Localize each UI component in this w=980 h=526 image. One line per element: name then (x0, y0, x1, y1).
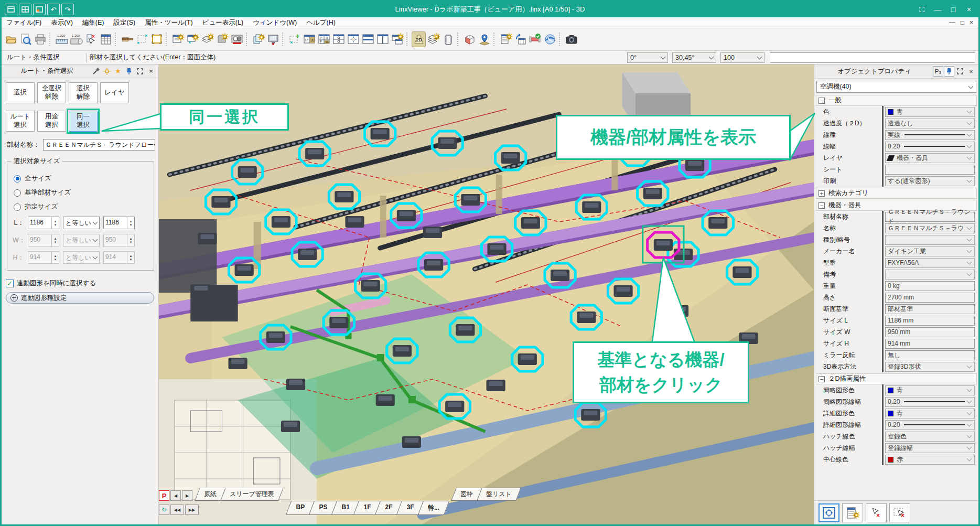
mode-2d-icon[interactable]: 2D (412, 31, 426, 47)
property-value[interactable]: 950 mm (885, 327, 975, 337)
property-value[interactable]: 赤 (885, 455, 975, 465)
properties-p3-icon[interactable]: P₃ (933, 66, 943, 77)
walkthrough-pin-icon[interactable] (477, 31, 491, 47)
linked-shape-type-button[interactable]: 連動図形種設定 (6, 292, 154, 304)
fit-rotate-icon[interactable] (346, 31, 360, 47)
coordinate-input[interactable] (770, 52, 975, 63)
selection-tool-button[interactable]: 選択 (6, 82, 35, 103)
solid-prism-icon[interactable] (441, 31, 455, 47)
edit-list-icon[interactable] (842, 503, 863, 522)
size-min-spinner[interactable]: 950▴▾ (28, 234, 59, 246)
maximize-icon[interactable] (955, 66, 965, 77)
property-value[interactable]: 無し (885, 350, 975, 360)
property-value[interactable]: 0.20 (885, 142, 975, 152)
copy-settings-icon[interactable] (251, 31, 265, 47)
child-close-icon[interactable]: × (970, 19, 973, 26)
tile-windows-icon[interactable] (19, 4, 31, 15)
print-preview-icon[interactable] (18, 31, 33, 47)
property-value[interactable]: 0.20 (885, 397, 975, 407)
property-value[interactable]: 青 (885, 409, 975, 418)
section-box-icon[interactable] (462, 31, 477, 47)
size-min-spinner[interactable]: 1186▴▾ (28, 217, 59, 229)
property-value[interactable] (885, 165, 975, 175)
property-value[interactable]: 1186 mm (885, 316, 975, 326)
quad-view-icon[interactable]: PRF3D (317, 31, 331, 47)
property-section-header[interactable]: − 一般 (816, 95, 977, 106)
property-value[interactable]: 2700 mm (885, 293, 975, 303)
add-view-icon[interactable]: ×+ (287, 31, 301, 47)
property-value[interactable]: 青 (885, 107, 975, 117)
deselect-icon[interactable]: × (866, 503, 887, 522)
menu-item[interactable]: ウィンドウ(W) (248, 17, 301, 28)
screen-capture-icon[interactable] (266, 31, 280, 47)
menu-item[interactable]: ヘルプ(H) (301, 17, 340, 28)
part-name-field[interactable]: ＧＲＥＥＮマルチＳ－ラウンドフロー<: (43, 139, 156, 151)
table-link-icon[interactable] (513, 31, 527, 47)
floor-tab[interactable]: 幹... (418, 501, 449, 515)
menu-item[interactable]: ビュー表示(L) (198, 17, 248, 28)
sheet-tab[interactable]: スリーブ管理表 (220, 488, 283, 501)
radio-icon[interactable] (14, 175, 21, 183)
menu-item[interactable]: ファイル(F) (2, 17, 46, 28)
operator-select[interactable]: と等しい (63, 251, 100, 264)
sheet-tab[interactable]: 盤リスト (477, 488, 521, 501)
maximize-icon[interactable]: □ (946, 4, 961, 15)
delete-cursor-icon[interactable]: × (84, 31, 98, 47)
size-min-spinner[interactable]: 914▴▾ (28, 251, 59, 264)
layer-list-icon[interactable] (426, 31, 440, 47)
print-icon[interactable] (33, 31, 47, 47)
property-value[interactable]: する(通常図形) (885, 176, 975, 186)
locate-object-icon[interactable] (819, 503, 839, 522)
pin-icon[interactable] (944, 66, 954, 77)
selection-mode-button[interactable]: 用途 選択 (37, 111, 66, 132)
measure-length-icon[interactable]: 1.200 (55, 31, 69, 47)
deselect-range-icon[interactable]: × (889, 503, 910, 522)
pipe-check-icon[interactable] (528, 31, 542, 47)
pin-icon[interactable] (124, 66, 134, 77)
camera-icon[interactable] (564, 31, 578, 47)
last-sheet-button[interactable]: ▶▶ (185, 504, 199, 515)
expand-collapse-icon[interactable]: − (819, 376, 825, 382)
window-restore-icon[interactable] (5, 4, 17, 15)
property-value[interactable]: 実線 (885, 130, 975, 140)
undo-icon[interactable]: ↶ (47, 4, 60, 15)
next-sheet-button[interactable]: ▶ (182, 490, 192, 501)
first-sheet-button[interactable]: ◀◀ (170, 504, 184, 515)
frame-settings-icon[interactable]: × (186, 31, 200, 47)
close-icon[interactable]: × (966, 66, 976, 77)
property-value[interactable] (885, 235, 975, 245)
menu-item[interactable]: 属性・ツール(T) (140, 17, 198, 28)
size-option-radio[interactable]: 指定サイズ (14, 202, 147, 211)
window-cascade-settings-icon[interactable] (390, 31, 404, 47)
property-section-header[interactable]: + 検索カテゴリ (816, 188, 977, 199)
property-value[interactable]: 部材基準 (885, 304, 975, 314)
split-horizontal-icon[interactable] (361, 31, 375, 47)
property-value[interactable]: ＧＲＥＥＮマルチＳ－ラウンド (885, 212, 975, 222)
radio-icon[interactable] (14, 189, 21, 197)
plan-3d-view-icon[interactable]: P3D (302, 31, 316, 47)
property-value[interactable]: 914 mm (885, 339, 975, 349)
operator-select[interactable]: と等しい (63, 234, 100, 246)
property-value[interactable]: ダイキン工業 (885, 246, 975, 256)
minimize-icon[interactable]: — (930, 4, 945, 15)
prev-sheet-button[interactable]: ◀ (170, 490, 181, 501)
close-icon[interactable]: × (146, 66, 156, 77)
checkbox-icon[interactable]: ✓ (6, 280, 14, 287)
property-value[interactable]: 登録3D形状 (885, 362, 975, 372)
property-value[interactable]: ＧＲＥＥＮマルチＳ－ラウ (885, 223, 975, 233)
size-max-spinner[interactable]: 914▴▾ (103, 251, 135, 264)
redo-icon[interactable]: ↷ (61, 4, 74, 15)
menu-item[interactable]: 設定(S) (109, 17, 140, 28)
object-selector[interactable]: 空調機(40) (816, 81, 976, 93)
angle-select[interactable]: 0° (627, 52, 668, 63)
size-max-spinner[interactable]: 950▴▾ (103, 234, 135, 246)
shape-settings-icon[interactable] (215, 31, 229, 47)
maximize-icon[interactable] (135, 66, 145, 77)
menu-item[interactable]: 表示(V) (46, 17, 78, 28)
parts-list-icon[interactable] (99, 31, 113, 47)
menu-item[interactable]: 編集(E) (78, 17, 109, 28)
refresh-tabs-button[interactable]: ↻ (159, 504, 169, 515)
range-frame-icon[interactable] (149, 31, 164, 47)
property-value[interactable]: 機器・器具 (885, 153, 975, 163)
sync-split-icon[interactable] (331, 31, 346, 47)
